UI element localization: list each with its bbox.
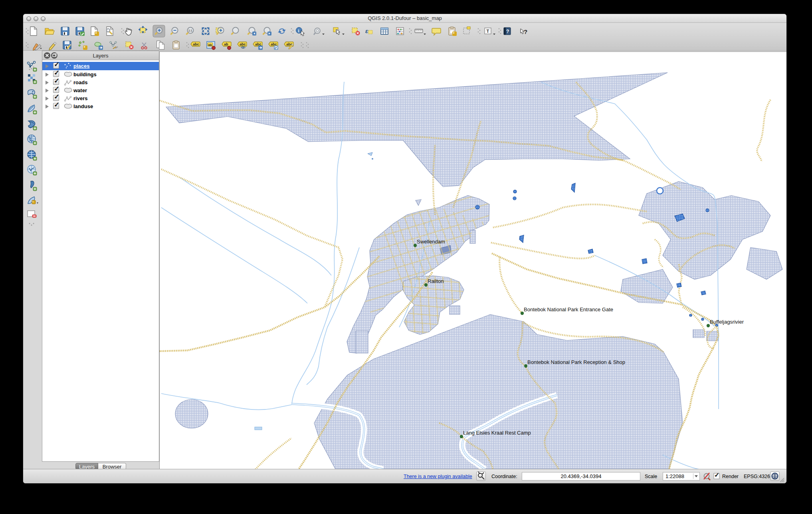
svg-text:Lang Elsies Kraal Rest Camp: Lang Elsies Kraal Rest Camp bbox=[463, 430, 531, 436]
svg-text:Bontebok National Park Recepti: Bontebok National Park Reception & Shop bbox=[527, 359, 625, 365]
svg-text:Buffeljagsrivier: Buffeljagsrivier bbox=[710, 319, 744, 325]
svg-text:Bontebok National Park Entranc: Bontebok National Park Entrance Gate bbox=[524, 306, 613, 312]
svg-text:✓: ✓ bbox=[714, 472, 719, 478]
svg-text:*: * bbox=[32, 200, 34, 204]
svg-text:Railton: Railton bbox=[428, 278, 444, 284]
svg-text:Swellendam: Swellendam bbox=[417, 239, 445, 245]
